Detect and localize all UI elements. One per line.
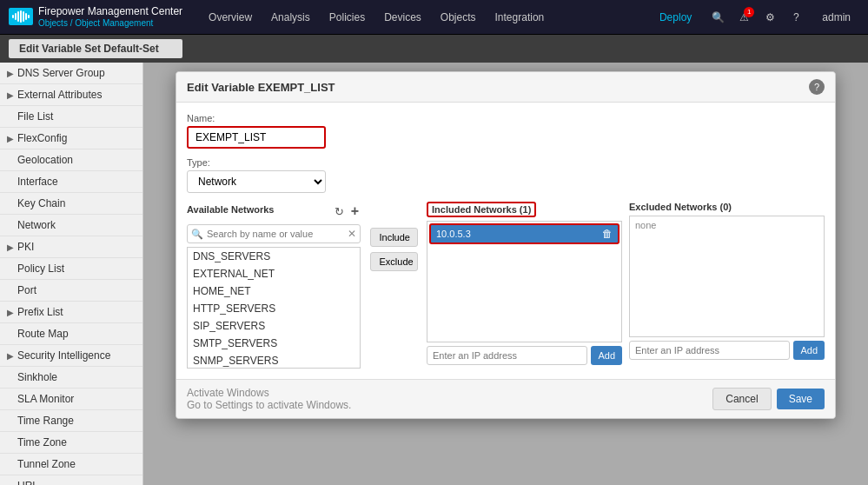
- modal-body: Name: Type: Network: [176, 103, 835, 379]
- modal-header: Edit Variable EXEMPT_LIST ?: [176, 72, 835, 103]
- gear-icon[interactable]: ⚙: [761, 9, 779, 26]
- list-item[interactable]: HTTP_SERVERS: [188, 300, 360, 317]
- expand-icon: ▶: [7, 69, 14, 78]
- sidebar-label: SLA Monitor: [17, 393, 74, 405]
- sidebar: ▶ DNS Server Group ▶ External Attributes…: [0, 63, 143, 485]
- sidebar-item-network[interactable]: Network: [0, 215, 142, 236]
- help-icon[interactable]: ?: [787, 9, 805, 26]
- search-input[interactable]: [187, 224, 361, 243]
- svg-rect-3: [20, 10, 22, 23]
- sidebar-item-prefix-list[interactable]: ▶ Prefix List: [0, 302, 142, 323]
- ip-input-row-left: Add: [427, 346, 622, 365]
- sidebar-item-pki[interactable]: ▶ PKI: [0, 236, 142, 258]
- network-item-text: 10.0.5.3: [436, 229, 471, 239]
- sidebar-item-time-zone[interactable]: Time Zone: [0, 432, 142, 454]
- app-subtitle: Objects / Object Management: [38, 18, 182, 29]
- top-nav: Firepower Management Center Objects / Ob…: [0, 0, 868, 35]
- sidebar-item-sla-monitor[interactable]: SLA Monitor: [0, 389, 142, 410]
- sidebar-label: FlexConfig: [17, 132, 67, 144]
- sidebar-label: Sinkhole: [17, 371, 57, 383]
- sidebar-item-flexconfig[interactable]: ▶ FlexConfig: [0, 128, 142, 149]
- included-list[interactable]: 10.0.5.3 🗑: [427, 221, 622, 342]
- list-item[interactable]: HOME_NET: [188, 282, 360, 300]
- type-group: Type: Network: [187, 157, 825, 193]
- available-list[interactable]: DNS_SERVERS EXTERNAL_NET HOME_NET HTTP_S…: [187, 247, 361, 369]
- list-item[interactable]: DNS_SERVERS: [188, 248, 360, 265]
- notifications-icon[interactable]: ⚠ 1: [735, 9, 752, 26]
- cancel-button[interactable]: Cancel: [712, 388, 771, 410]
- sidebar-item-geolocation[interactable]: Geolocation: [0, 149, 142, 171]
- list-item[interactable]: EXTERNAL_NET: [188, 265, 360, 282]
- sidebar-label: File List: [17, 110, 53, 123]
- sidebar-item-url[interactable]: URL: [0, 475, 142, 485]
- sidebar-label: Route Map: [17, 328, 69, 340]
- nav-integration[interactable]: Integration: [487, 6, 553, 29]
- svg-rect-5: [25, 13, 27, 20]
- excluded-header: Excluded Networks (0): [629, 202, 825, 212]
- search-icon-inner: 🔍: [191, 229, 203, 240]
- sidebar-item-interface[interactable]: Interface: [0, 171, 142, 193]
- type-select[interactable]: Network: [187, 170, 326, 193]
- sidebar-item-file-list[interactable]: File List: [0, 106, 142, 128]
- list-item[interactable]: SIP_SERVERS: [188, 317, 360, 335]
- search-icon[interactable]: 🔍: [709, 9, 726, 26]
- deploy-button[interactable]: Deploy: [651, 6, 700, 29]
- type-label: Type:: [187, 157, 825, 168]
- nav-devices[interactable]: Devices: [375, 6, 430, 29]
- app-title: Firepower Management Center: [38, 5, 182, 17]
- included-header: Included Networks (1): [432, 204, 531, 215]
- included-add-button[interactable]: Add: [591, 346, 622, 365]
- sidebar-item-tunnel-zone[interactable]: Tunnel Zone: [0, 454, 142, 475]
- cisco-logo: [9, 8, 33, 25]
- modal-help-icon[interactable]: ?: [809, 79, 825, 95]
- list-item[interactable]: SNMP_SERVERS: [188, 352, 360, 369]
- svg-rect-0: [12, 15, 14, 18]
- include-button[interactable]: Include: [370, 228, 418, 247]
- network-item[interactable]: 10.0.5.3 🗑: [429, 223, 620, 244]
- excluded-ip-input[interactable]: [629, 341, 790, 360]
- nav-policies[interactable]: Policies: [321, 6, 374, 29]
- col-available: Available Networks ↻ + 🔍 ✕: [187, 202, 361, 369]
- modal-footer: Activate Windows Go to Settings to activ…: [176, 379, 835, 418]
- sidebar-item-key-chain[interactable]: Key Chain: [0, 193, 142, 215]
- name-input[interactable]: [187, 126, 326, 149]
- sidebar-item-dns-server-group[interactable]: ▶ DNS Server Group: [0, 63, 142, 84]
- nav-objects[interactable]: Objects: [432, 6, 485, 29]
- search-clear-icon[interactable]: ✕: [348, 228, 356, 240]
- excluded-add-button[interactable]: Add: [793, 341, 825, 360]
- nav-links: Overview Analysis Policies Devices Objec…: [200, 6, 651, 29]
- sidebar-label: Interface: [17, 176, 58, 188]
- sidebar-label: PKI: [17, 241, 34, 253]
- secondary-bar: Edit Variable Set Default-Set: [0, 35, 868, 63]
- sidebar-item-policy-list[interactable]: Policy List: [0, 258, 142, 280]
- sidebar-label: Time Zone: [17, 436, 67, 448]
- user-menu[interactable]: admin: [813, 6, 859, 29]
- nav-analysis[interactable]: Analysis: [262, 6, 319, 29]
- excluded-list[interactable]: none: [629, 216, 825, 337]
- delete-icon[interactable]: 🗑: [602, 228, 613, 240]
- exclude-button[interactable]: Exclude: [370, 252, 418, 271]
- expand-icon: ▶: [7, 90, 14, 100]
- nav-overview[interactable]: Overview: [200, 6, 261, 29]
- included-ip-input[interactable]: [427, 346, 587, 365]
- sidebar-label: DNS Server Group: [17, 67, 105, 79]
- available-header-row: Available Networks ↻ +: [187, 202, 361, 221]
- add-available-icon[interactable]: +: [349, 202, 361, 221]
- sidebar-item-port[interactable]: Port: [0, 280, 142, 302]
- refresh-icon[interactable]: ↻: [333, 202, 346, 221]
- sidebar-item-route-map[interactable]: Route Map: [0, 323, 142, 345]
- sidebar-label: Policy List: [17, 262, 64, 275]
- col-buttons: Include Exclude: [368, 202, 420, 369]
- sidebar-item-sinkhole[interactable]: Sinkhole: [0, 367, 142, 389]
- sidebar-item-external-attributes[interactable]: ▶ External Attributes: [0, 84, 142, 106]
- sidebar-item-time-range[interactable]: Time Range: [0, 410, 142, 432]
- expand-icon: ▶: [7, 351, 14, 361]
- three-col: Available Networks ↻ + 🔍 ✕: [187, 202, 825, 369]
- modal: Edit Variable EXEMPT_LIST ? Name: Type:: [176, 71, 836, 419]
- available-header: Available Networks: [187, 204, 274, 215]
- sidebar-label: Key Chain: [17, 197, 65, 209]
- list-item[interactable]: SMTP_SERVERS: [188, 335, 360, 352]
- nav-right: Deploy 🔍 ⚠ 1 ⚙ ? admin: [651, 6, 859, 29]
- save-button[interactable]: Save: [777, 389, 825, 409]
- sidebar-item-security-intelligence[interactable]: ▶ Security Intelligence: [0, 345, 142, 367]
